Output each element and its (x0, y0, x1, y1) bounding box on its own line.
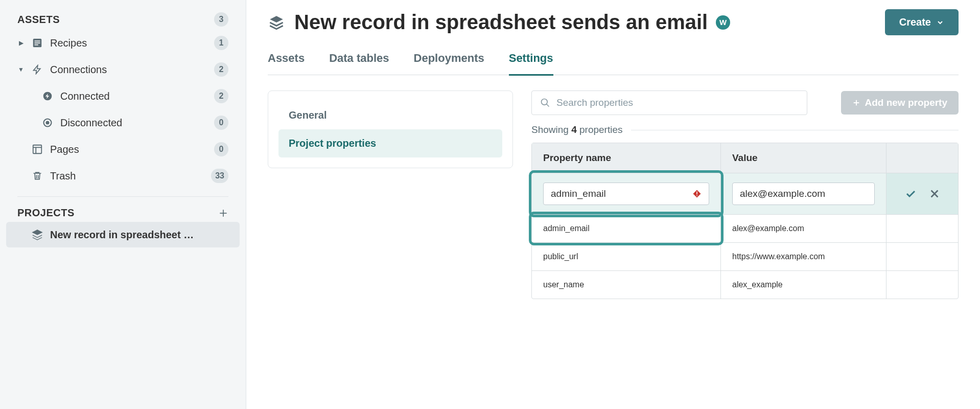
add-property-label: Add new property (865, 97, 947, 108)
add-property-button[interactable]: Add new property (841, 91, 959, 115)
pages-icon (31, 143, 44, 156)
divider (17, 196, 228, 197)
tabs: Assets Data tables Deployments Settings (268, 48, 959, 75)
sidebar: ASSETS 3 ▶ Recipes 1 ▼ Connections 2 (0, 0, 246, 409)
cell-value-editing (721, 173, 886, 214)
table-row[interactable]: admin_email alex@example.com (532, 214, 958, 242)
settings-nav: General Project properties (268, 90, 513, 168)
search-input-wrap[interactable] (531, 90, 807, 115)
add-project-button[interactable] (218, 208, 228, 218)
cell-actions (886, 271, 958, 299)
cell-actions (886, 215, 958, 242)
recipes-icon (31, 36, 44, 50)
disconnected-count: 0 (214, 116, 228, 130)
cell-name: user_name (532, 271, 721, 299)
workspace-badge: W (716, 15, 730, 30)
cell-value: https://www.example.com (721, 243, 886, 270)
connections-count: 2 (214, 62, 228, 77)
property-value-input[interactable] (740, 188, 867, 199)
trash-count: 33 (211, 169, 228, 183)
sidebar-item-recipes[interactable]: ▶ Recipes 1 (6, 30, 240, 56)
column-actions (886, 143, 958, 173)
page-title: New record in spreadsheet sends an email… (294, 11, 876, 34)
table-row[interactable]: public_url https://www.example.com (532, 242, 958, 270)
column-property-name: Property name (532, 143, 721, 173)
table-header: Property name Value (532, 143, 958, 173)
chevron-down-icon: ▼ (17, 66, 25, 73)
recipes-count: 1 (214, 36, 228, 50)
svg-point-12 (542, 99, 548, 105)
search-input[interactable] (556, 97, 799, 108)
title-row: New record in spreadsheet sends an email… (268, 9, 959, 35)
connected-count: 2 (214, 89, 228, 103)
svg-rect-2 (35, 42, 40, 43)
sidebar-item-label: Connections (50, 64, 107, 76)
sidebar-item-label: New record in spreadsheet … (50, 229, 194, 241)
cell-name-editing (532, 173, 721, 214)
create-button[interactable]: Create (885, 9, 959, 35)
sidebar-item-label: Connected (60, 90, 110, 102)
main: New record in spreadsheet sends an email… (246, 0, 980, 409)
assets-header: ASSETS 3 (6, 9, 240, 30)
assets-title: ASSETS (17, 14, 60, 26)
table-row (532, 173, 958, 214)
column-value: Value (721, 143, 886, 173)
svg-rect-16 (696, 192, 697, 195)
projects-header: PROJECTS (6, 204, 240, 222)
settings-nav-project-properties[interactable]: Project properties (278, 129, 502, 157)
sidebar-item-label: Pages (50, 144, 79, 155)
cell-actions (886, 243, 958, 270)
svg-rect-1 (35, 40, 40, 41)
create-button-label: Create (899, 16, 931, 28)
svg-rect-3 (35, 44, 38, 46)
property-value-input-wrap[interactable] (732, 183, 875, 205)
sidebar-item-trash[interactable]: Trash 33 (6, 163, 240, 189)
property-name-input-wrap[interactable] (543, 183, 709, 205)
confirm-button[interactable] (904, 188, 917, 200)
trash-icon (31, 169, 44, 183)
svg-rect-17 (696, 195, 697, 196)
chevron-down-icon (936, 18, 944, 27)
cell-value: alex@example.com (721, 215, 886, 242)
settings-nav-general[interactable]: General (278, 101, 502, 129)
pages-count: 0 (214, 142, 228, 156)
cell-value: alex_example (721, 271, 886, 299)
svg-line-13 (547, 104, 549, 107)
cell-name: public_url (532, 243, 721, 270)
svg-rect-7 (33, 145, 42, 154)
cell-actions (886, 173, 958, 214)
disconnected-icon (41, 116, 54, 129)
properties-area: Add new property Showing 4 properties Pr… (531, 90, 959, 299)
property-name-input[interactable] (551, 188, 687, 199)
connected-icon (41, 89, 54, 103)
sidebar-item-connections[interactable]: ▼ Connections 2 (6, 56, 240, 83)
sidebar-item-label: Recipes (50, 37, 87, 49)
sidebar-item-connected[interactable]: Connected 2 (6, 83, 240, 109)
search-icon (540, 98, 550, 108)
bolt-icon (31, 63, 44, 76)
sidebar-project-current[interactable]: New record in spreadsheet … (6, 222, 240, 247)
assets-count: 3 (214, 12, 228, 27)
plus-icon (852, 99, 860, 107)
tab-deployments[interactable]: Deployments (414, 48, 484, 76)
properties-table: Property name Value (531, 143, 959, 299)
tab-settings[interactable]: Settings (509, 48, 553, 76)
sidebar-item-pages[interactable]: Pages 0 (6, 136, 240, 163)
sidebar-item-label: Disconnected (60, 117, 122, 129)
table-row[interactable]: user_name alex_example (532, 270, 958, 299)
stack-icon (268, 14, 285, 31)
chevron-right-icon: ▶ (17, 39, 25, 47)
cancel-button[interactable] (929, 188, 940, 199)
sidebar-item-disconnected[interactable]: Disconnected 0 (6, 109, 240, 136)
sidebar-item-label: Trash (50, 170, 76, 182)
stack-icon (31, 228, 44, 241)
tab-data-tables[interactable]: Data tables (329, 48, 389, 76)
cell-name: admin_email (532, 215, 721, 242)
projects-title: PROJECTS (17, 207, 75, 219)
svg-point-6 (46, 122, 49, 124)
showing-row: Showing 4 properties (531, 124, 959, 135)
tab-assets[interactable]: Assets (268, 48, 305, 76)
warning-icon (692, 189, 702, 198)
